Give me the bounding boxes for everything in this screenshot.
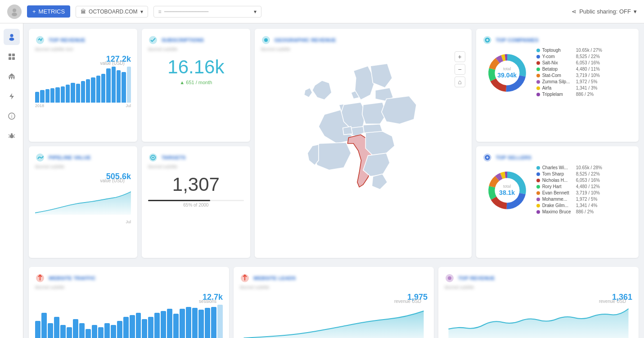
bar-item <box>35 92 39 103</box>
donut-segment <box>490 78 506 92</box>
card-header: TOP REVENUE <box>35 35 131 45</box>
bar-item <box>61 86 65 103</box>
card-title: TARGETS <box>162 155 186 160</box>
svg-rect-9 <box>9 77 10 79</box>
top-revenue2-card: TOP REVENUE blurred subtitle revenue USD… <box>438 267 639 338</box>
donut-total-value: 39.04k <box>497 72 517 79</box>
legend-values: 4,480 / 12% <box>576 184 600 189</box>
filter-dropdown[interactable]: ≡ ━━━━━━━━━━━━━━ ▾ <box>153 6 261 18</box>
user-avatar[interactable] <box>7 5 22 19</box>
svg-rect-11 <box>14 77 14 79</box>
filter-value: ━━━━━━━━━━━━━━ <box>164 9 251 15</box>
companies-icon <box>482 35 492 45</box>
legend-dot <box>536 198 540 201</box>
bar-item <box>71 83 75 103</box>
legend-dot <box>536 80 540 84</box>
bar-item <box>117 70 121 103</box>
sidebar-item-bank[interactable] <box>4 68 20 85</box>
svg-point-17 <box>11 133 13 135</box>
card-subtitle: blurred subtitle <box>35 164 131 169</box>
sidebar-item-dashboard[interactable] <box>4 49 20 65</box>
card-header: TARGETS <box>148 153 244 162</box>
svg-point-16 <box>10 135 14 138</box>
svg-line-21 <box>14 137 15 137</box>
legend-values: 886 / 2% <box>576 92 594 97</box>
legend-dot <box>536 204 540 207</box>
legend-name: Airfa <box>542 86 574 90</box>
legend-item: Toptough 10.65k / 27% <box>536 48 632 53</box>
card-icon2 <box>148 35 158 45</box>
legend-item: Evan Bennett 3,719 / 10% <box>536 190 632 195</box>
leads-chart <box>240 302 428 338</box>
chevron-down-icon3: ▾ <box>634 8 637 15</box>
card-title: WEBSITE TRAFFIC <box>49 275 96 281</box>
traffic-bar-item <box>117 321 122 338</box>
area-chart <box>35 181 131 217</box>
traffic-bar-item <box>73 319 78 338</box>
legend-name: Evan Bennett <box>542 190 574 195</box>
bar-item <box>101 74 105 103</box>
card-header: TOP COMPANIES <box>482 35 632 45</box>
big-number: 16.16k <box>148 56 244 78</box>
legend-dot <box>536 93 540 96</box>
traffic-bar-item <box>136 313 141 338</box>
legend-values: 8,525 / 22% <box>576 171 600 176</box>
dashboard-grid: TOP REVENUE blurred subtitle text value … <box>29 29 639 262</box>
card-title: TOP REVENUE <box>458 275 495 281</box>
svg-line-19 <box>14 135 15 135</box>
targets-icon <box>148 153 158 162</box>
bar-item <box>91 77 95 103</box>
sidebar-item-bug[interactable] <box>4 128 20 144</box>
legend-values: 10.65k / 27% <box>576 48 602 53</box>
card-subtitle: blurred subtitle <box>445 285 632 290</box>
legend-item: Tom Sharp 8,525 / 22% <box>536 171 632 176</box>
card-header: SUBSCRIPTIONS <box>148 35 244 45</box>
top-revenue-card: TOP REVENUE blurred subtitle text value … <box>29 29 137 142</box>
revenue2-icon <box>445 273 455 283</box>
sessions-value: 12.7k <box>35 293 223 302</box>
home-button[interactable]: ⌂ <box>455 77 465 87</box>
map-card: GEOGRAPHIC REVENUE blurred subtitle <box>255 29 472 258</box>
chevron-down-icon: ▾ <box>140 9 143 15</box>
org-selector[interactable]: 🏛 OCTOBOARD.COM ▾ <box>76 6 148 18</box>
add-metrics-button[interactable]: + METRICS <box>27 5 70 18</box>
zoom-in-button[interactable]: + <box>455 51 465 62</box>
legend-values: 6,053 / 16% <box>576 60 600 65</box>
top-companies-card: TOP COMPANIES total 39.04k Toptough <box>476 29 639 142</box>
sidebar-item-profile[interactable] <box>4 29 20 45</box>
legend-dot <box>536 179 540 182</box>
svg-point-0 <box>13 9 16 12</box>
card-subtitle: blurred subtitle <box>148 47 244 52</box>
traffic-bar-item <box>142 319 147 338</box>
traffic-bar-item <box>148 317 153 338</box>
legend-dot <box>536 55 540 59</box>
traffic-bar-item <box>180 309 185 338</box>
sidebar-item-lightning[interactable] <box>4 88 20 104</box>
legend-name: Tripplelam <box>542 92 574 97</box>
website-leads-card: WEBSITE LEADS blurred subtitle revenue U… <box>234 267 434 338</box>
legend-item: Y-com 8,525 / 22% <box>536 54 632 59</box>
card-title: WEBSITE LEADS <box>253 275 296 281</box>
svg-point-39 <box>448 276 451 280</box>
legend-item: Charles Wi... 10.65k / 28% <box>536 165 632 170</box>
card-header: WEBSITE TRAFFIC <box>35 273 223 283</box>
zoom-out-button[interactable]: − <box>455 64 465 75</box>
svg-point-32 <box>483 153 491 162</box>
legend-values: 1,972 / 5% <box>576 197 598 202</box>
card-subtitle: blurred subtitle <box>261 47 465 52</box>
donut-total-label: total <box>497 67 517 72</box>
card-header: TOP SELLERS <box>482 153 632 162</box>
bar-item <box>40 90 44 103</box>
sub-text: 651 / month <box>186 80 212 85</box>
traffic-bar-item <box>198 310 204 338</box>
legend-item: Betatop 4,480 / 11% <box>536 67 632 72</box>
targets-card: TARGETS blurred subtitle 1,307 65% of 20… <box>142 146 250 258</box>
sharing-control[interactable]: ⋖ Public sharing: OFF ▾ <box>572 8 637 15</box>
sidebar-item-info[interactable]: i <box>4 108 20 124</box>
progress-number: 1,307 <box>148 174 244 195</box>
legend-item: Tripplelam 886 / 2% <box>536 92 632 97</box>
leads-icon <box>240 273 250 283</box>
legend-values: 4,480 / 11% <box>576 67 600 72</box>
bar-item <box>45 89 50 103</box>
svg-marker-13 <box>9 93 14 99</box>
